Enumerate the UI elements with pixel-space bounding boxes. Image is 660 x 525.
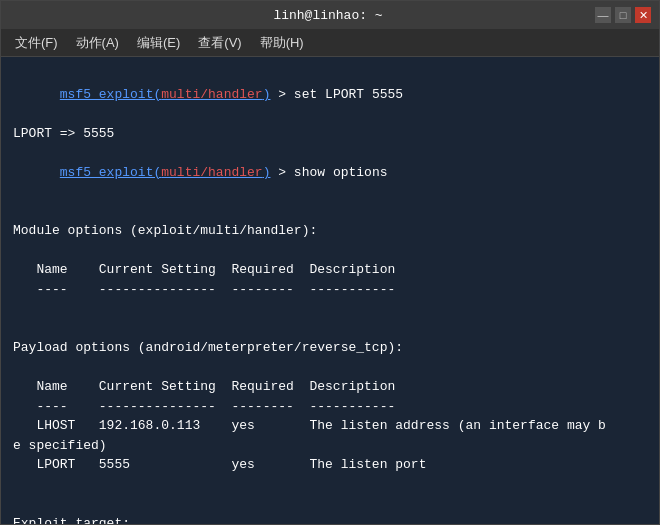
menu-file[interactable]: 文件(F) xyxy=(7,32,66,54)
table-header-2: Name Current Setting Required Descriptio… xyxy=(13,377,647,397)
terminal-line: LPORT => 5555 xyxy=(13,124,647,144)
terminal-window: linh@linhao: ~ — □ ✕ 文件(F) 动作(A) 编辑(E) 查… xyxy=(0,0,660,525)
table-divider-2: ---- --------------- -------- ----------… xyxy=(13,397,647,417)
empty-line xyxy=(13,299,647,319)
terminal-line: msf5 exploit(multi/handler) > show optio… xyxy=(13,143,647,202)
menu-help[interactable]: 帮助(H) xyxy=(252,32,312,54)
close-button[interactable]: ✕ xyxy=(635,7,651,23)
table-row-lhost-cont: e specified) xyxy=(13,436,647,456)
title-bar: linh@linhao: ~ — □ ✕ xyxy=(1,1,659,29)
empty-line xyxy=(13,494,647,514)
empty-line xyxy=(13,319,647,339)
prompt-link-2: msf5 exploit(multi/handler) xyxy=(60,165,271,180)
menu-edit[interactable]: 编辑(E) xyxy=(129,32,188,54)
empty-line xyxy=(13,358,647,378)
empty-line xyxy=(13,241,647,261)
menu-bar: 文件(F) 动作(A) 编辑(E) 查看(V) 帮助(H) xyxy=(1,29,659,57)
menu-action[interactable]: 动作(A) xyxy=(68,32,127,54)
terminal-line: Module options (exploit/multi/handler): xyxy=(13,221,647,241)
terminal-line: Payload options (android/meterpreter/rev… xyxy=(13,338,647,358)
table-divider-1: ---- --------------- -------- ----------… xyxy=(13,280,647,300)
table-row-lhost: LHOST 192.168.0.113 yes The listen addre… xyxy=(13,416,647,436)
maximize-button[interactable]: □ xyxy=(615,7,631,23)
module-name-2: multi/handler xyxy=(161,165,262,180)
empty-line xyxy=(13,202,647,222)
prompt-link: msf5 exploit(multi/handler) xyxy=(60,87,271,102)
terminal-output[interactable]: msf5 exploit(multi/handler) > set LPORT … xyxy=(1,57,659,524)
window-title: linh@linhao: ~ xyxy=(61,8,595,23)
minimize-button[interactable]: — xyxy=(595,7,611,23)
window-controls: — □ ✕ xyxy=(595,7,651,23)
terminal-line: msf5 exploit(multi/handler) > set LPORT … xyxy=(13,65,647,124)
empty-line xyxy=(13,475,647,495)
table-row-lport: LPORT 5555 yes The listen port xyxy=(13,455,647,475)
table-header-1: Name Current Setting Required Descriptio… xyxy=(13,260,647,280)
menu-view[interactable]: 查看(V) xyxy=(190,32,249,54)
module-name: multi/handler xyxy=(161,87,262,102)
exploit-target-header: Exploit target: xyxy=(13,514,647,525)
